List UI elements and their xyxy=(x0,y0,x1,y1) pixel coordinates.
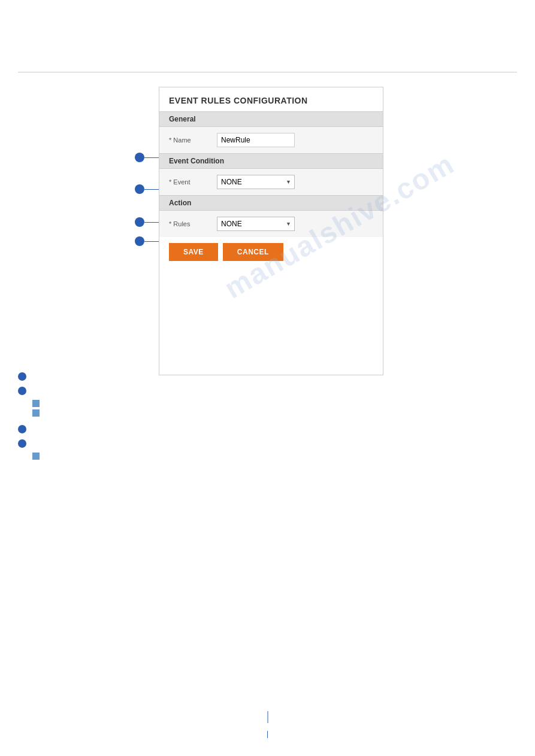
event-select[interactable]: NONE xyxy=(217,175,295,189)
small-square-3 xyxy=(32,453,40,460)
rules-select-wrapper: NONE xyxy=(217,217,295,231)
event-label: Event xyxy=(169,178,217,186)
bullet-4 xyxy=(135,236,144,246)
save-button[interactable]: SAVE xyxy=(169,243,218,261)
bottom-bullet-dot-4 xyxy=(18,439,26,448)
name-field-row: Name xyxy=(159,127,383,153)
bullet-1 xyxy=(135,153,144,162)
bullet-line-2 xyxy=(144,189,159,190)
rules-label: Rules xyxy=(169,220,217,227)
small-square-2 xyxy=(32,409,40,417)
buttons-row: SAVE CANCEL xyxy=(159,237,383,267)
panel-empty-space xyxy=(159,267,383,375)
bullet-line-1 xyxy=(144,157,159,158)
bullet-line-3 xyxy=(144,222,159,223)
small-square-row-1 xyxy=(32,400,517,407)
bottom-section xyxy=(18,371,517,462)
event-select-wrapper: NONE xyxy=(217,175,295,189)
panel-title: EVENT RULES CONFIGURATION xyxy=(159,87,383,111)
bottom-bullet-dot-1 xyxy=(18,372,26,381)
top-divider xyxy=(18,72,517,72)
bottom-bullet-3 xyxy=(18,424,517,433)
bottom-bullet-dot-2 xyxy=(18,387,26,395)
bottom-bullet-2 xyxy=(18,385,517,395)
section-event-condition: Event Condition xyxy=(159,153,383,169)
section-general: General xyxy=(159,111,383,127)
page-number: | xyxy=(267,730,268,738)
small-square-1 xyxy=(32,400,40,407)
rules-select[interactable]: NONE xyxy=(217,217,295,231)
page-number-line xyxy=(267,711,268,723)
cancel-button[interactable]: CANCEL xyxy=(223,243,283,261)
name-label: Name xyxy=(169,136,217,144)
bullet-line-4 xyxy=(144,241,159,242)
bullet-3 xyxy=(135,217,144,227)
bottom-bullet-4 xyxy=(18,438,517,448)
small-square-row-2 xyxy=(32,409,517,417)
section-action: Action xyxy=(159,195,383,211)
bottom-bullet-1 xyxy=(18,371,517,381)
config-panel: EVENT RULES CONFIGURATION General Name E… xyxy=(159,87,383,375)
name-input[interactable] xyxy=(217,133,295,147)
small-square-row-3 xyxy=(32,453,517,460)
event-field-row: Event NONE xyxy=(159,169,383,195)
rules-field-row: Rules NONE xyxy=(159,211,383,237)
bullet-2 xyxy=(135,184,144,194)
bottom-bullet-dot-3 xyxy=(18,425,26,433)
